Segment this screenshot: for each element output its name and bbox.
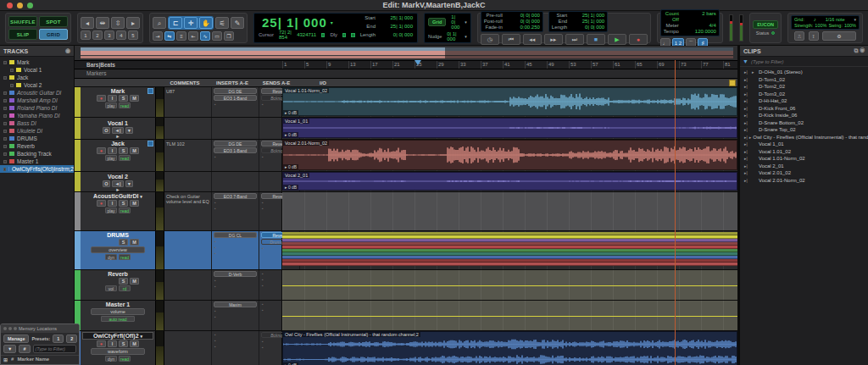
counter-dropdown-icon[interactable]: ▾	[331, 19, 333, 25]
track-list-name[interactable]: DRUMS	[17, 135, 37, 141]
clip-list-item[interactable]: ▸| ▸ Owl City - Fireflies (Official Inst…	[740, 134, 868, 141]
clip-list-item[interactable]: ▸| Vocal 2.01_02	[740, 169, 868, 177]
clip-list-name[interactable]: D-Tom3_02	[759, 91, 785, 97]
io-column-header[interactable]: I/O	[297, 80, 349, 86]
volume-automation-line[interactable]	[282, 316, 737, 317]
clip-list-name[interactable]: D-Tom2_02	[759, 84, 785, 89]
selector-tool-icon[interactable]: ✛	[184, 17, 198, 29]
automation-play-button[interactable]: play	[105, 155, 117, 161]
fade-in-value[interactable]: 0:00.250	[508, 25, 540, 30]
nudge-value[interactable]: 0| 1| 000	[447, 31, 459, 41]
clips-options-icon[interactable]: ◉	[860, 47, 865, 53]
memloc-name-column[interactable]: Marker Name	[17, 357, 49, 362]
mute-button[interactable]: M	[130, 200, 139, 207]
track-list-name[interactable]: Vocal 1	[24, 67, 42, 73]
track-show-dot[interactable]	[10, 84, 14, 87]
tab-to-transient-icon[interactable]: ⇥	[153, 31, 163, 41]
automation-read-button[interactable]: read	[119, 356, 131, 362]
stop-button[interactable]: ■	[587, 34, 605, 45]
insert-slot[interactable]: DG DE	[214, 88, 257, 94]
memloc-close-icon[interactable]	[3, 327, 7, 330]
clip-list-item[interactable]: ▸| ▸ D-OHs_01 (Stereo)	[740, 69, 868, 76]
strength-value[interactable]: 100%	[815, 23, 826, 28]
track-view-selector[interactable]: overview	[91, 246, 145, 253]
elastic-audio-icon[interactable]: ⟟	[809, 31, 819, 41]
memloc-filter-input[interactable]: (Type to Filter)	[33, 345, 76, 353]
clips-filter-placeholder[interactable]: (Type to Filter)	[751, 59, 784, 64]
audio-clip[interactable]: Vocal 1.01-Norm_02 ▸ 0 dB	[282, 87, 737, 116]
track-list-item[interactable]: Roland Piano DI	[0, 104, 74, 112]
track-comment[interactable]: U87	[164, 87, 212, 117]
track-show-dot[interactable]	[3, 160, 7, 163]
clip-list-name[interactable]: Vocal 1.01-Norm_02	[759, 156, 805, 161]
grid-mode-button[interactable]: GRID	[39, 29, 68, 40]
memloc-filter-funnel-icon[interactable]: ▼	[3, 345, 16, 353]
clip-gain-badge[interactable]: ▸ 0 dB	[283, 110, 298, 115]
automation-mode-button[interactable]: auto read	[101, 316, 135, 322]
playlist-mini-button[interactable]: ◄|►	[112, 127, 124, 134]
clip-gain-badge[interactable]: ▸ 0 dB	[283, 164, 298, 169]
playlist-mini-button[interactable]: ◄|►	[112, 180, 124, 187]
slip-mode-button[interactable]: SLIP	[8, 29, 37, 40]
zoom-preset-3[interactable]: 3	[104, 30, 114, 40]
link-timeline-edit-icon[interactable]: ⇆	[164, 31, 175, 41]
input-monitor-button[interactable]: I	[108, 95, 117, 102]
clips-expand-icon[interactable]: ⧉	[854, 47, 859, 53]
input-monitor-button[interactable]: I	[108, 147, 117, 154]
sel-end-value[interactable]: 25| 1| 000	[381, 24, 413, 32]
pre-roll-value[interactable]: 0| 0| 000	[508, 13, 540, 19]
track-list-name[interactable]: Marshall Amp DI	[17, 97, 58, 103]
track-show-dot[interactable]	[3, 76, 7, 80]
input-monitor-button[interactable]: I	[108, 200, 117, 207]
settings-gear-icon[interactable]: ⚙	[822, 31, 856, 41]
track-list-name[interactable]: Roland Piano DI	[17, 105, 57, 111]
mini-options-button[interactable]: ▾	[125, 180, 133, 187]
insert-slot[interactable]: D-Verb	[214, 271, 257, 277]
clip-list-name[interactable]: D-Kick Inside_06	[759, 113, 797, 118]
track-lane-acoustic-guitar[interactable]	[282, 192, 737, 230]
sel-length-value[interactable]: 0| 0| 000	[381, 32, 413, 41]
memloc-number-column[interactable]: #	[11, 357, 14, 362]
record-safe-button[interactable]: O	[103, 127, 110, 134]
meter-value[interactable]: 4/4	[684, 23, 716, 29]
solo-button[interactable]: S	[119, 95, 128, 102]
zoom-preset-2[interactable]: 2	[92, 30, 103, 40]
scrubber-tool-icon[interactable]: ⚟	[215, 17, 229, 29]
track-name[interactable]: AcousticGuitrDI ▾	[82, 193, 153, 199]
mirrored-edit-icon[interactable]: ∿	[200, 31, 210, 41]
mute-button[interactable]: M	[130, 239, 139, 246]
bars-ruler-lane[interactable]: 1 5 9 13 17 21 25 29 33 37	[282, 61, 737, 69]
pre-roll-label[interactable]: Pre-roll	[484, 13, 503, 19]
input-monitor-button[interactable]: I	[108, 340, 117, 347]
track-lane-vocal1[interactable]: Vocal 1_01 ▸ 0 dB	[282, 118, 737, 139]
tempo-value[interactable]: 120.0000	[684, 29, 716, 35]
clip-list-name[interactable]: D-Hi-Hat_02	[759, 98, 787, 103]
post-roll-label[interactable]: Post-roll	[484, 19, 503, 25]
track-lane-reverb[interactable]	[282, 270, 737, 300]
tr-length-value[interactable]: 0| 0| 000	[572, 25, 604, 30]
preset-2-button[interactable]: 2	[66, 335, 77, 343]
track-list-name[interactable]: Vocal 2	[24, 82, 42, 88]
nudge-dropdown-icon[interactable]: ▾	[465, 34, 467, 39]
clip-list-item[interactable]: ▸| D-Tom3_02	[740, 91, 868, 98]
track-show-dot[interactable]	[3, 152, 7, 156]
track-list-item[interactable]: Jack	[0, 74, 74, 81]
automation-read-button[interactable]: read	[119, 254, 131, 260]
clip-list-item[interactable]: ▸| D-Snare Top_02	[740, 126, 868, 134]
audio-clip[interactable]: Vocal 2.01-Norm_02 ▸ 0 dB	[282, 140, 737, 170]
track-show-dot[interactable]	[3, 114, 7, 118]
bars-beats-label[interactable]: Bars|Beats	[75, 61, 282, 69]
track-list-item[interactable]: Master 1	[0, 158, 74, 165]
record-enable-button[interactable]: ●	[97, 200, 106, 207]
track-list-item[interactable]: Reverb	[0, 142, 74, 150]
track-list-name[interactable]: Bass DI	[17, 120, 36, 126]
tr-end-value[interactable]: 25| 1| 000	[572, 19, 604, 25]
solo-button[interactable]: S	[119, 239, 128, 246]
mute-button[interactable]: M	[130, 340, 139, 347]
track-list-name[interactable]: Acoustic Guitar DI	[17, 90, 61, 96]
track-lane-jack[interactable]: Vocal 2.01-Norm_02 ▸ 0 dB	[282, 140, 737, 171]
tempo-label[interactable]: Tempo	[664, 29, 679, 35]
track-show-dot[interactable]	[10, 69, 14, 72]
zoomer-tool-icon[interactable]: ⌕	[153, 17, 166, 29]
spot-mode-button[interactable]: SPOT	[39, 16, 68, 27]
